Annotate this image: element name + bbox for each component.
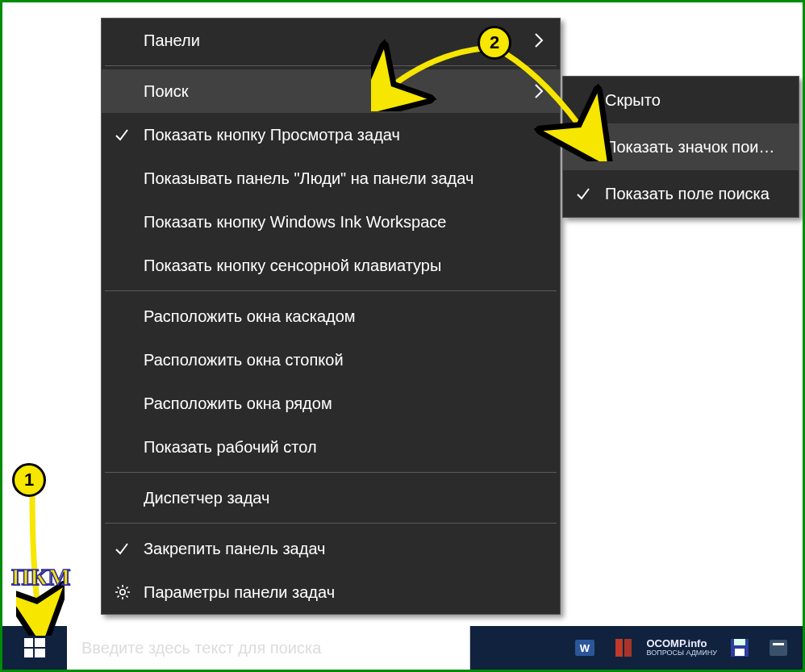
separator bbox=[105, 472, 557, 473]
chevron-right-icon bbox=[529, 83, 544, 99]
menu-label: Диспетчер задач bbox=[144, 489, 544, 507]
svg-rect-9 bbox=[24, 638, 33, 647]
menu-label: Расположить окна стопкой bbox=[144, 351, 544, 369]
menu-item-people[interactable]: Показывать панель "Люди" на панели задач bbox=[102, 157, 560, 200]
menu-item-side[interactable]: Расположить окна рядом bbox=[102, 382, 560, 425]
menu-item-stack[interactable]: Расположить окна стопкой bbox=[102, 338, 560, 382]
app-icon[interactable] bbox=[607, 632, 640, 664]
submenu-item-show-box[interactable]: Показать поле поиска bbox=[563, 170, 799, 217]
menu-label: Показать значок поиска bbox=[605, 138, 782, 157]
svg-rect-18 bbox=[734, 639, 745, 645]
menu-item-taskbar-settings[interactable]: Параметры панели задач bbox=[102, 570, 560, 614]
start-button[interactable] bbox=[2, 626, 67, 670]
svg-line-5 bbox=[118, 587, 119, 589]
watermark-title: OCOMP.info bbox=[646, 638, 717, 649]
svg-rect-10 bbox=[35, 638, 45, 647]
gear-icon bbox=[115, 584, 144, 600]
svg-line-7 bbox=[126, 587, 127, 589]
taskbar-context-menu: Панели Поиск Показать кнопку Просмотра з… bbox=[101, 18, 561, 615]
app-icon-2[interactable] bbox=[762, 632, 795, 664]
menu-item-search[interactable]: Поиск bbox=[102, 69, 560, 113]
taskbar-right: W OCOMP.info ВОПРОСЫ АДМИНУ bbox=[470, 626, 803, 670]
menu-item-cascade[interactable]: Расположить окна каскадом bbox=[102, 294, 560, 338]
svg-rect-15 bbox=[615, 639, 623, 657]
svg-rect-21 bbox=[773, 643, 784, 645]
svg-point-0 bbox=[120, 590, 125, 595]
search-placeholder: Введите здесь текст для поиска bbox=[81, 639, 321, 657]
menu-label: Показать кнопку Просмотра задач bbox=[144, 126, 544, 144]
menu-label: Показать кнопку Windows Ink Workspace bbox=[144, 213, 544, 232]
menu-label: Панели bbox=[144, 31, 529, 50]
menu-label: Закрепить панель задач bbox=[144, 540, 544, 558]
search-submenu: Скрыто Показать значок поиска Показать п… bbox=[562, 76, 799, 218]
annotation-badge-2: 2 bbox=[478, 26, 511, 60]
watermark: OCOMP.info ВОПРОСЫ АДМИНУ bbox=[646, 638, 717, 657]
menu-label: Поиск bbox=[144, 82, 529, 101]
svg-rect-16 bbox=[624, 639, 632, 657]
word-icon[interactable]: W bbox=[569, 632, 601, 664]
separator bbox=[105, 523, 557, 524]
svg-rect-19 bbox=[735, 649, 745, 656]
chevron-right-icon bbox=[529, 32, 544, 48]
svg-rect-11 bbox=[24, 649, 33, 657]
annotation-pkm-label: ПКМ bbox=[11, 563, 70, 591]
menu-label: Показывать панель "Люди" на панели задач bbox=[144, 169, 544, 188]
menu-label: Скрыто bbox=[605, 91, 782, 110]
windows-icon bbox=[23, 636, 47, 660]
separator bbox=[105, 65, 557, 66]
menu-item-lock-taskbar[interactable]: Закрепить панель задач bbox=[102, 527, 560, 570]
menu-label: Параметры панели задач bbox=[144, 583, 544, 602]
save-icon[interactable] bbox=[724, 632, 756, 664]
menu-label: Показать поле поиска bbox=[605, 185, 782, 203]
menu-item-touch-keyboard[interactable]: Показать кнопку сенсорной клавиатуры bbox=[102, 244, 560, 287]
svg-line-8 bbox=[118, 595, 119, 597]
svg-rect-20 bbox=[770, 640, 787, 656]
check-icon bbox=[576, 186, 605, 201]
menu-item-ink[interactable]: Показать кнопку Windows Ink Workspace bbox=[102, 200, 560, 244]
menu-label: Расположить окна рядом bbox=[144, 394, 544, 413]
menu-label: Показать рабочий стол bbox=[144, 438, 544, 457]
menu-item-task-manager[interactable]: Диспетчер задач bbox=[102, 476, 560, 520]
check-icon bbox=[115, 541, 144, 556]
submenu-item-show-icon[interactable]: Показать значок поиска bbox=[563, 123, 799, 170]
submenu-item-hidden[interactable]: Скрыто bbox=[563, 77, 799, 123]
svg-text:W: W bbox=[580, 642, 590, 654]
taskbar: Введите здесь текст для поиска W OCOMP.i… bbox=[2, 626, 803, 670]
svg-line-6 bbox=[126, 595, 127, 597]
svg-rect-12 bbox=[35, 649, 45, 657]
taskbar-search-box[interactable]: Введите здесь текст для поиска bbox=[67, 626, 470, 670]
menu-label: Расположить окна каскадом bbox=[144, 307, 544, 326]
annotation-badge-1: 1 bbox=[12, 463, 46, 497]
menu-label: Показать кнопку сенсорной клавиатуры bbox=[144, 257, 544, 275]
watermark-sub: ВОПРОСЫ АДМИНУ bbox=[646, 649, 717, 657]
check-icon bbox=[115, 127, 144, 142]
menu-item-show-desktop[interactable]: Показать рабочий стол bbox=[102, 425, 560, 469]
separator bbox=[105, 290, 557, 291]
menu-item-task-view[interactable]: Показать кнопку Просмотра задач bbox=[102, 113, 560, 157]
